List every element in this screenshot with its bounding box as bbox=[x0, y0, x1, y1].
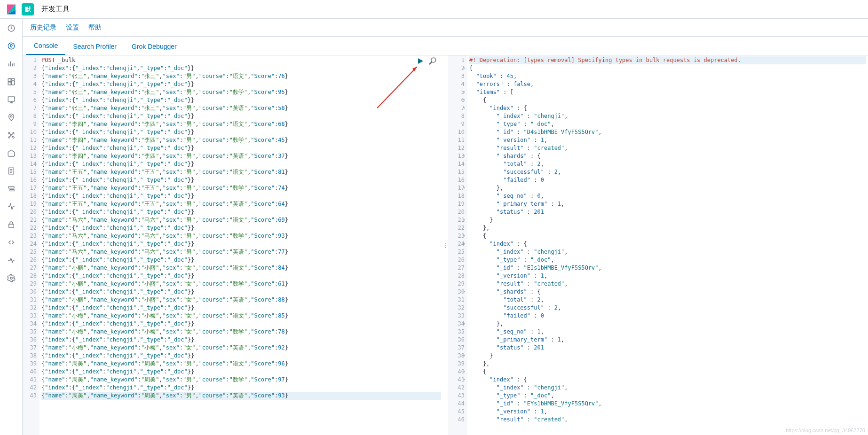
svg-point-4 bbox=[8, 43, 15, 49]
dashboard-icon[interactable] bbox=[7, 77, 16, 86]
response-gutter: 1234567891011121314151617181920212223242… bbox=[448, 55, 467, 435]
svg-point-13 bbox=[8, 137, 10, 138]
play-icon[interactable] bbox=[417, 57, 424, 65]
request-actions bbox=[417, 57, 436, 65]
security-icon[interactable] bbox=[7, 220, 16, 229]
discover-icon[interactable] bbox=[7, 41, 16, 51]
logs-icon[interactable] bbox=[7, 166, 16, 176]
current-app-badge: 默 bbox=[22, 3, 34, 16]
breadcrumb: 历史记录 设置 帮助 bbox=[23, 19, 868, 37]
nav-settings[interactable]: 设置 bbox=[66, 23, 79, 32]
svg-marker-21 bbox=[418, 58, 423, 64]
visualize-icon[interactable] bbox=[7, 59, 16, 69]
devtools-icon[interactable] bbox=[7, 238, 16, 247]
tab-grok-debugger[interactable]: Grok Debugger bbox=[124, 38, 184, 55]
kibana-logo-icon bbox=[6, 4, 17, 15]
maps-icon[interactable] bbox=[7, 113, 16, 122]
management-icon[interactable] bbox=[7, 273, 16, 283]
svg-point-20 bbox=[10, 277, 12, 280]
tab-console[interactable]: Console bbox=[26, 37, 65, 55]
monitoring-icon[interactable] bbox=[7, 256, 16, 265]
page-title: 开发工具 bbox=[41, 5, 70, 14]
svg-rect-7 bbox=[11, 81, 14, 85]
response-code: #! Deprecation: [types removal] Specifyi… bbox=[467, 55, 868, 435]
nav-history[interactable]: 历史记录 bbox=[30, 23, 56, 32]
svg-rect-9 bbox=[8, 97, 15, 101]
uptime-icon[interactable] bbox=[7, 202, 16, 211]
ml-icon[interactable] bbox=[7, 131, 16, 140]
canvas-icon[interactable] bbox=[7, 95, 16, 104]
svg-point-14 bbox=[13, 137, 14, 138]
svg-rect-17 bbox=[8, 187, 14, 188]
svg-point-10 bbox=[10, 116, 12, 117]
request-code[interactable]: POST _bulk{"index":{"_index":"chengji","… bbox=[39, 55, 443, 435]
response-viewer[interactable]: 1234567891011121314151617181920212223242… bbox=[448, 55, 868, 435]
request-editor[interactable]: 1234567891011121314151617181920212223242… bbox=[23, 55, 443, 435]
svg-rect-6 bbox=[11, 78, 14, 80]
apm-icon[interactable] bbox=[7, 184, 16, 194]
pane-divider[interactable]: ⋮ bbox=[443, 55, 448, 435]
wrench-icon[interactable] bbox=[429, 57, 436, 65]
request-gutter: 1234567891011121314151617181920212223242… bbox=[23, 55, 39, 435]
infra-icon[interactable] bbox=[7, 148, 16, 158]
svg-point-12 bbox=[13, 132, 14, 134]
nav-help[interactable]: 帮助 bbox=[88, 23, 102, 32]
avatar-letter: 默 bbox=[25, 5, 31, 14]
tabs-bar: Console Search Profiler Grok Debugger bbox=[23, 37, 868, 55]
svg-rect-18 bbox=[10, 190, 14, 191]
top-bar: 默 开发工具 bbox=[0, 0, 868, 19]
tab-search-profiler[interactable]: Search Profiler bbox=[65, 38, 124, 55]
svg-rect-8 bbox=[8, 82, 11, 85]
svg-rect-19 bbox=[8, 224, 14, 227]
svg-point-11 bbox=[8, 132, 10, 134]
nav-sidebar bbox=[0, 19, 23, 435]
svg-point-15 bbox=[10, 135, 12, 136]
recent-icon[interactable] bbox=[7, 23, 16, 33]
svg-rect-5 bbox=[8, 78, 11, 81]
